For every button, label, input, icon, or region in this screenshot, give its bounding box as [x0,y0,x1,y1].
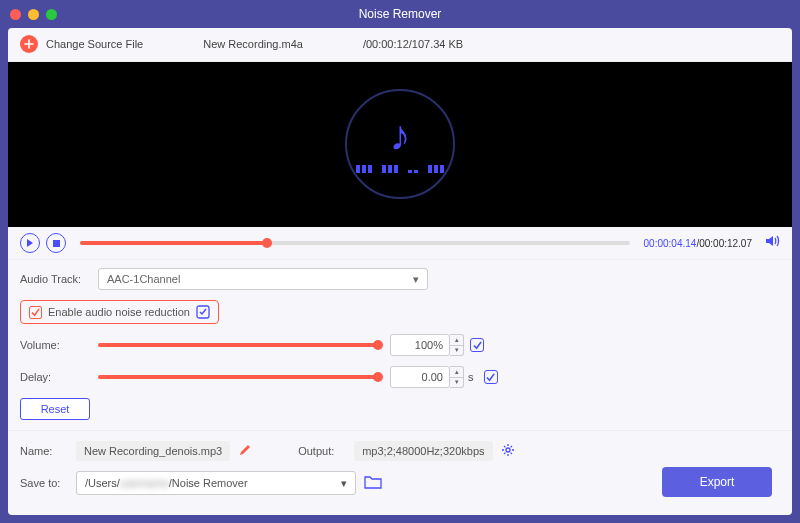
enable-checkbox[interactable] [29,306,42,319]
save-path-select[interactable]: /Users/ username /Noise Remover ▾ [76,471,356,495]
total-time: /00:00:12.07 [696,238,752,249]
browse-folder-icon[interactable] [364,475,382,491]
source-info: /00:00:12/107.34 KB [363,38,463,50]
play-button[interactable] [20,233,40,253]
audio-track-select[interactable]: AAC-1Channel ▾ [98,268,428,290]
output-settings-icon[interactable] [501,443,515,459]
controls-panel: Audio Track: AAC-1Channel ▾ Enable audio… [8,259,792,430]
output-name-field: New Recording_denois.mp3 [76,441,230,461]
name-label: Name: [20,445,68,457]
source-filename: New Recording.m4a [203,38,303,50]
change-source-label[interactable]: Change Source File [46,38,143,50]
delay-reset-icon[interactable] [484,370,498,384]
titlebar: Noise Remover [0,0,800,28]
app-title: Noise Remover [0,7,800,21]
volume-slider[interactable] [98,343,378,347]
equalizer-icon [356,165,444,173]
current-time: 00:00:04.14 [644,238,697,249]
delay-value[interactable]: 0.00 [390,366,450,388]
reset-button[interactable]: Reset [20,398,90,420]
volume-value[interactable]: 100% [390,334,450,356]
output-label: Output: [298,445,346,457]
delay-unit: s [468,371,474,383]
volume-icon[interactable] [764,233,780,253]
save-to-label: Save to: [20,477,68,489]
time-display: 00:00:04.14/00:00:12.07 [644,238,752,249]
svg-rect-0 [53,240,60,247]
volume-reset-icon[interactable] [470,338,484,352]
output-panel: Name: New Recording_denois.mp3 Output: m… [8,430,792,515]
stop-button[interactable] [46,233,66,253]
export-button[interactable]: Export [662,467,772,497]
enable-noise-reduction[interactable]: Enable audio noise reduction [20,300,219,324]
delay-label: Delay: [20,371,98,383]
chevron-down-icon: ▾ [341,477,347,490]
edit-name-icon[interactable] [238,443,252,459]
music-note-icon: ♪ [390,115,411,157]
output-format-field: mp3;2;48000Hz;320kbps [354,441,492,461]
delay-slider[interactable] [98,375,378,379]
minimize-window-button[interactable] [28,9,39,20]
window-controls [10,9,57,20]
maximize-window-button[interactable] [46,9,57,20]
preview-area: ♪ [8,62,792,228]
volume-label: Volume: [20,339,98,351]
noise-settings-icon[interactable] [196,305,210,319]
source-bar: Change Source File New Recording.m4a /00… [8,28,792,62]
chevron-down-icon: ▾ [413,273,419,286]
music-visual: ♪ [345,89,455,199]
close-window-button[interactable] [10,9,21,20]
player-bar: 00:00:04.14/00:00:12.07 [8,227,792,259]
delay-stepper[interactable]: ▴▾ [450,366,464,388]
audio-track-label: Audio Track: [20,273,98,285]
main-panel: Change Source File New Recording.m4a /00… [8,28,792,515]
redacted-path: username [120,477,169,489]
seek-slider[interactable] [80,241,630,245]
add-source-icon[interactable] [20,35,38,53]
svg-point-2 [506,448,510,452]
enable-label: Enable audio noise reduction [48,306,190,318]
volume-stepper[interactable]: ▴▾ [450,334,464,356]
